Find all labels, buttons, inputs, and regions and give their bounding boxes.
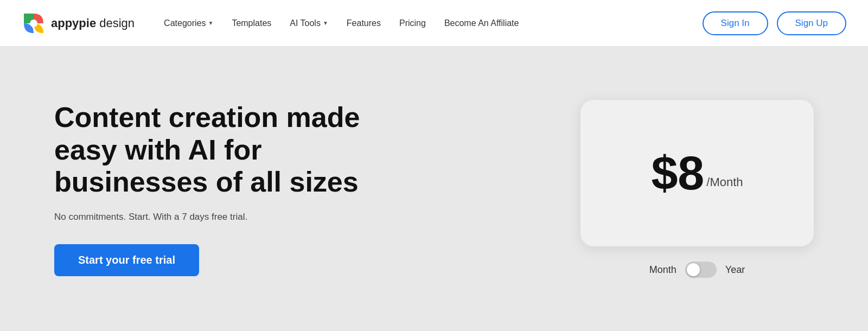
logo[interactable]: appypie design bbox=[22, 11, 135, 35]
logo-text: appypie design bbox=[51, 16, 135, 30]
nav-item-ai-tools[interactable]: AI Tools ▼ bbox=[282, 14, 336, 33]
nav-links: Categories ▼ Templates AI Tools ▼ Featur… bbox=[156, 14, 702, 33]
chevron-down-icon: ▼ bbox=[208, 20, 213, 26]
hero-section: Content creation made easy with AI for b… bbox=[0, 47, 868, 331]
hero-left: Content creation made easy with AI for b… bbox=[54, 101, 380, 276]
toggle-row: Month Year bbox=[649, 262, 745, 278]
pricing-card: $8 /Month bbox=[580, 100, 814, 246]
toggle-year-label: Year bbox=[725, 264, 745, 276]
signup-button[interactable]: Sign Up bbox=[777, 11, 846, 35]
chevron-down-icon: ▼ bbox=[323, 20, 328, 26]
navbar: appypie design Categories ▼ Templates AI… bbox=[0, 0, 868, 47]
nav-item-pricing[interactable]: Pricing bbox=[392, 14, 433, 33]
price-display: $8 /Month bbox=[651, 149, 743, 197]
nav-item-affiliate[interactable]: Become An Affiliate bbox=[437, 14, 527, 33]
logo-icon bbox=[22, 11, 46, 35]
toggle-knob bbox=[687, 263, 700, 276]
nav-item-categories[interactable]: Categories ▼ bbox=[156, 14, 221, 33]
free-trial-button[interactable]: Start your free trial bbox=[54, 244, 199, 276]
nav-item-features[interactable]: Features bbox=[339, 14, 388, 33]
hero-headline: Content creation made easy with AI for b… bbox=[54, 101, 380, 199]
nav-item-templates[interactable]: Templates bbox=[224, 14, 279, 33]
hero-subtext: No commitments. Start. With a 7 days fre… bbox=[54, 212, 380, 222]
hero-right: $8 /Month Month Year bbox=[580, 100, 814, 278]
price-period: /Month bbox=[706, 175, 743, 189]
svg-point-0 bbox=[30, 20, 37, 27]
price-amount: $8 bbox=[651, 149, 704, 197]
billing-toggle[interactable] bbox=[685, 262, 717, 278]
nav-buttons: Sign In Sign Up bbox=[703, 11, 846, 35]
signin-button[interactable]: Sign In bbox=[703, 11, 768, 35]
toggle-month-label: Month bbox=[649, 264, 676, 276]
